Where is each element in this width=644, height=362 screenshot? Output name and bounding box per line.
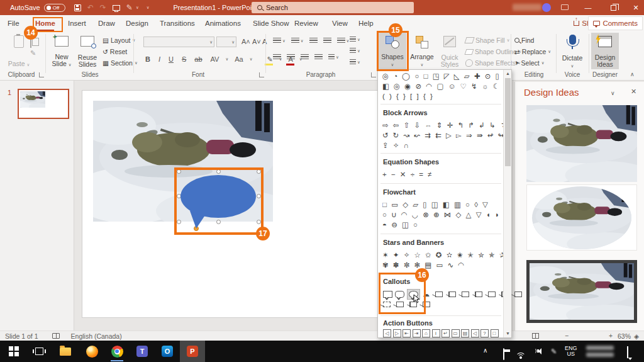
close-button[interactable]: ✕	[626, 0, 644, 15]
menu-scrollbar[interactable]: ▲ ▼	[503, 70, 511, 337]
align-right-icon[interactable]	[301, 54, 309, 60]
action-button-shape[interactable]: ◁	[383, 329, 391, 337]
scroll-up-icon[interactable]: ▲	[504, 70, 512, 77]
decrease-indent-icon[interactable]	[309, 38, 318, 43]
rounded-rectangular-callout[interactable]	[395, 291, 404, 298]
font-size-combo[interactable]: ∨	[216, 37, 236, 47]
increase-indent-icon[interactable]	[323, 38, 331, 43]
shapes-button[interactable]: Shapes∨	[379, 33, 406, 69]
draw-pen-icon[interactable]: ✎	[126, 3, 133, 12]
reset-button[interactable]: ↺ Reset	[103, 48, 127, 55]
font-dialog-launcher[interactable]	[259, 72, 264, 77]
numbering-button[interactable]: ∨	[291, 38, 304, 43]
select-button[interactable]: ➤ Select ∨	[514, 59, 545, 67]
slide-thumbnail[interactable]	[18, 89, 69, 119]
action-button-shape[interactable]: ?	[480, 329, 489, 337]
presenter-display-icon[interactable]	[561, 4, 569, 10]
tab-draw[interactable]: Draw	[96, 15, 118, 31]
clipboard-dialog-launcher[interactable]	[39, 72, 44, 77]
shape-fill-button[interactable]: Shape Fill ∨	[465, 37, 509, 44]
comments-button[interactable]: Comments	[588, 16, 643, 30]
equation-shapes-row[interactable]: + − ✕ ÷ = ≠	[382, 169, 503, 179]
format-painter-icon[interactable]: ✎	[30, 49, 36, 57]
strike-ab-button[interactable]: ab	[192, 55, 204, 63]
scroll-down-icon[interactable]: ▼	[504, 330, 512, 337]
panel-options-icon[interactable]: ∨	[611, 90, 615, 96]
stars-banners-row[interactable]: ✶ ✦ ✧ ☆ ✩ ✪ ✫ ✬ ✭ ✮ ✯ ✰ ❋	[382, 250, 503, 260]
align-text-button[interactable]: ∨	[350, 48, 360, 54]
accessibility-icon[interactable]	[52, 333, 60, 339]
layout-button[interactable]: ▤ Layout ∨	[103, 37, 135, 44]
avatar[interactable]	[542, 3, 551, 12]
tab-slide-show[interactable]: Slide Show	[250, 15, 292, 31]
normal-view-icon[interactable]	[532, 333, 539, 339]
line-callout[interactable]	[462, 291, 469, 297]
oval-callout-shape[interactable]	[176, 167, 267, 235]
line-callout[interactable]	[448, 291, 456, 297]
action-button-shape[interactable]: ↵	[441, 329, 450, 337]
basic-shapes-row[interactable]: ( ) { } [ ] { }	[382, 91, 503, 101]
block-arrows-row[interactable]: ⇪ ✧ ∩	[382, 140, 503, 150]
powerpoint-button[interactable]: P	[180, 341, 205, 362]
flowchart-row[interactable]: □ ▭ ◇ ▱ ▯ ◫ ◧ ▥ ○ ◊ ▽	[382, 200, 503, 210]
save-icon[interactable]	[74, 4, 81, 11]
fit-to-window-icon[interactable]: ◈	[634, 332, 639, 340]
line-callout[interactable]	[488, 291, 496, 297]
tab-review[interactable]: Review	[292, 15, 321, 31]
basic-shapes-row[interactable]: ◎ ◔ ◯ ○ □ ◳ ◸ ◺ ▱ ✚ ⊙ ▯ ◇	[382, 71, 503, 81]
panel-close-icon[interactable]: ✕	[631, 88, 636, 96]
clock-blurred[interactable]	[586, 346, 614, 350]
align-left-icon[interactable]	[273, 54, 281, 60]
tab-design[interactable]: Design	[123, 15, 151, 31]
italic-button[interactable]: I	[157, 55, 162, 63]
line-callout[interactable]	[423, 302, 430, 307]
zoom-level[interactable]: 63%	[618, 332, 631, 340]
zoom-out-icon[interactable]: −	[565, 332, 569, 339]
collapse-ribbon-icon[interactable]: ∧	[630, 71, 635, 77]
paragraph-dialog-launcher[interactable]	[371, 72, 376, 77]
action-button-shape[interactable]: ⇥	[413, 329, 421, 337]
justify-icon[interactable]	[314, 54, 323, 60]
battery-icon[interactable]	[503, 348, 504, 360]
minimize-button[interactable]: —	[579, 0, 597, 15]
firefox-button[interactable]	[79, 341, 104, 362]
outlook-button[interactable]: O	[155, 341, 180, 362]
arrange-button[interactable]: Arrange∨	[409, 33, 435, 69]
action-button-shape[interactable]: i	[432, 329, 440, 337]
bullets-button[interactable]: ∨	[273, 38, 286, 43]
language-status[interactable]: English (Canada)	[71, 332, 122, 340]
chrome-button[interactable]	[104, 341, 130, 362]
character-spacing-button[interactable]: AV	[209, 55, 221, 63]
find-button[interactable]: Find	[514, 37, 534, 44]
clear-formatting-icon[interactable]: A	[260, 38, 269, 45]
show-hidden-icons[interactable]: ∧	[483, 347, 487, 354]
tab-insert[interactable]: Insert	[65, 15, 89, 31]
action-button-shape[interactable]: ⌂	[422, 329, 430, 337]
action-button-shape[interactable]: ⇤	[402, 329, 411, 337]
strikethrough-button[interactable]: S	[180, 55, 188, 63]
bold-button[interactable]: B	[143, 55, 152, 63]
line-callout[interactable]	[409, 302, 417, 307]
zoom-in-icon[interactable]: +	[609, 332, 613, 339]
customize-qat-icon[interactable]: ∨	[147, 5, 150, 10]
design-suggestion-1[interactable]	[526, 105, 637, 182]
shape-outline-button[interactable]: Shape Outline ∨	[465, 48, 521, 55]
block-arrows-row[interactable]: ↺ ↻ ↝ ↜ ⇉ ⇇ ▷ ▻ ⇒ ⇛ ↫ ↬	[382, 130, 503, 140]
design-ideas-button[interactable]: Design Ideas	[591, 33, 619, 69]
pen-tray-icon[interactable]: ✎	[551, 348, 557, 356]
date-blurred[interactable]	[586, 353, 614, 357]
notification-center-icon[interactable]	[627, 346, 628, 358]
scrollbar-thumb[interactable]	[505, 78, 511, 166]
basic-shapes-row[interactable]: ◧ ◎ ◉ ⊘ ◠ ▢ ☺ ♡ ↯ ☼ ☾ ☁ ◝	[382, 81, 503, 91]
quick-styles-button[interactable]: Quick Styles	[436, 33, 463, 69]
oval-callout-selected[interactable]	[407, 289, 420, 300]
section-button[interactable]: ▦ Section ∨	[103, 59, 138, 67]
design-suggestion-3[interactable]	[526, 260, 637, 323]
action-button-shape[interactable]: ▷	[393, 329, 401, 337]
task-view-button[interactable]	[26, 341, 52, 362]
change-case-button[interactable]: Aa	[233, 55, 245, 63]
reuse-slides-button[interactable]: Reuse Slides	[74, 33, 101, 69]
line-callout[interactable]	[475, 291, 482, 297]
block-arrows-row[interactable]: ⇨ ⇦ ⇧ ⇩ ⇔ ⇕ ✛ ↰ ↱ ↲ ↳ ↴	[382, 120, 503, 130]
tab-file[interactable]: File	[5, 15, 22, 31]
